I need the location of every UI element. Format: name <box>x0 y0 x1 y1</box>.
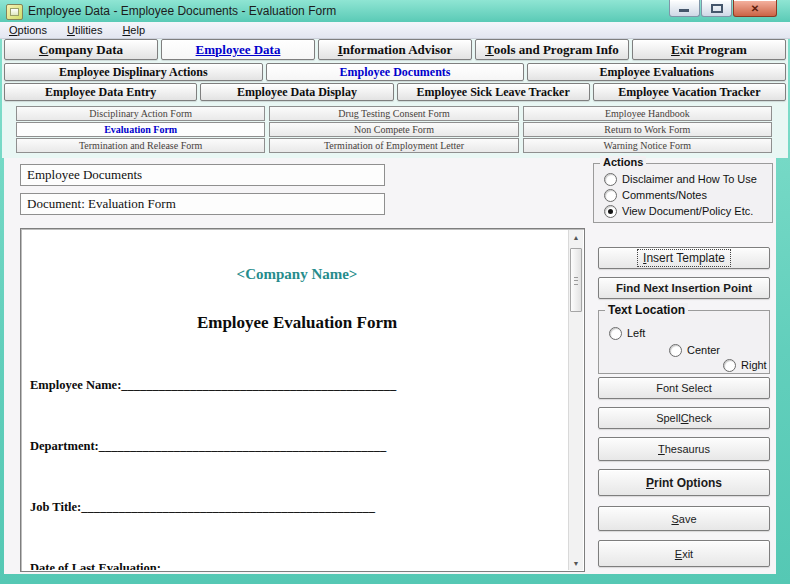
doc-line: Job Title:______________________________… <box>30 500 564 515</box>
docbtn-termination-of-employment-letter[interactable]: Termination of Employment Letter <box>269 138 518 153</box>
actions-caption: Actions <box>600 156 646 168</box>
docbtn-employee-handbook[interactable]: Employee Handbook <box>523 106 772 121</box>
scrollbar-grip <box>574 277 578 285</box>
radio-icon <box>723 359 736 372</box>
nav-exit-program[interactable]: Exit Program <box>632 39 786 60</box>
close-icon: ✕ <box>734 0 776 16</box>
tab-employee-data-entry[interactable]: Employee Data Entry <box>4 83 197 101</box>
radio-text-left[interactable]: Left <box>609 325 645 341</box>
minimize-icon <box>679 9 689 12</box>
category-nav-row: Employee Displinary Actions Employee Doc… <box>4 63 786 81</box>
radio-comments-notes[interactable]: Comments/Notes <box>604 187 768 203</box>
minimize-button[interactable] <box>669 0 700 17</box>
doc-line: Date of Last Evaluation:________________… <box>30 561 564 570</box>
radio-text-center[interactable]: Center <box>669 342 720 358</box>
radio-icon <box>669 344 682 357</box>
docbtn-warning-notice-form[interactable]: Warning Notice Form <box>523 138 772 153</box>
scroll-up-icon[interactable]: ▲ <box>569 230 583 244</box>
radio-label: Left <box>627 327 645 339</box>
docbtn-termination-and-release-form[interactable]: Termination and Release Form <box>16 138 265 153</box>
text-location-group: Text Location Left Center Right <box>598 310 770 374</box>
exit-button[interactable]: Exit <box>598 540 770 567</box>
menu-options[interactable]: Options <box>9 24 47 36</box>
document-buttons-grid: Disciplinary Action Form Drug Testing Co… <box>16 106 772 153</box>
title-bar: Employee Data - Employee Documents - Eva… <box>0 0 790 23</box>
window-controls: ✕ <box>668 0 777 17</box>
text-location-caption: Text Location <box>605 303 688 317</box>
find-next-insertion-point-button[interactable]: Find Next Insertion Point <box>598 277 770 299</box>
thesaurus-button[interactable]: Thesaurus <box>598 437 770 461</box>
tab-employee-sick-leave-tracker[interactable]: Employee Sick Leave Tracker <box>397 83 590 101</box>
tab-employee-documents[interactable]: Employee Documents <box>266 63 525 81</box>
document-content: <Company Name> Employee Evaluation Form … <box>22 230 568 570</box>
primary-nav-row: Company Data Employee Data Information A… <box>4 39 786 60</box>
category-label-box: Employee Documents <box>20 164 385 186</box>
radio-disclaimer-how-to-use[interactable]: Disclaimer and How To Use <box>604 171 768 187</box>
tab-employee-data-display[interactable]: Employee Data Display <box>200 83 393 101</box>
close-button[interactable]: ✕ <box>733 0 777 17</box>
radio-label: Disclaimer and How To Use <box>622 173 757 185</box>
scroll-down-icon[interactable]: ▼ <box>569 556 583 570</box>
radio-icon <box>604 173 617 186</box>
radio-label: Right <box>741 359 767 371</box>
doc-line: Department:_____________________________… <box>30 439 564 454</box>
radio-icon <box>604 189 617 202</box>
radio-label: Comments/Notes <box>622 189 707 201</box>
doc-title: Employee Evaluation Form <box>30 313 564 332</box>
app-icon <box>6 4 23 20</box>
main-panel: Employee Documents Document: Evaluation … <box>4 158 776 574</box>
doc-company-name: <Company Name> <box>30 266 564 283</box>
nav-information-advisor[interactable]: Information Advisor <box>318 39 472 60</box>
docbtn-non-compete-form[interactable]: Non Compete Form <box>269 122 518 137</box>
spell-check-button[interactable]: Spell Check <box>598 407 770 429</box>
vertical-scrollbar[interactable]: ▲ ▼ <box>568 230 583 570</box>
navigation-band: Company Data Employee Data Information A… <box>2 39 788 158</box>
tab-employee-disciplinary-actions[interactable]: Employee Displinary Actions <box>4 63 263 81</box>
maximize-button[interactable] <box>701 0 732 17</box>
radio-icon-selected <box>604 205 617 218</box>
print-options-button[interactable]: Print Options <box>598 469 770 496</box>
window-title: Employee Data - Employee Documents - Eva… <box>28 4 336 18</box>
docbtn-drug-testing-consent-form[interactable]: Drug Testing Consent Form <box>269 106 518 121</box>
nav-company-data[interactable]: Company Data <box>4 39 158 60</box>
document-view[interactable]: <Company Name> Employee Evaluation Form … <box>20 228 585 572</box>
docbtn-return-to-work-form[interactable]: Return to Work Form <box>523 122 772 137</box>
doc-line: Employee Name:__________________________… <box>30 378 564 393</box>
insert-template-button[interactable]: Insert Template <box>598 247 770 269</box>
maximize-icon <box>711 4 723 13</box>
menu-utilities[interactable]: Utilities <box>67 24 102 36</box>
menu-help[interactable]: Help <box>122 24 145 36</box>
docbtn-evaluation-form[interactable]: Evaluation Form <box>16 122 265 137</box>
tab-employee-vacation-tracker[interactable]: Employee Vacation Tracker <box>593 83 786 101</box>
radio-label: View Document/Policy Etc. <box>622 205 753 217</box>
menu-bar: Options Utilities Help <box>0 22 790 39</box>
app-window: Employee Data - Employee Documents - Eva… <box>0 0 790 584</box>
nav-tools-program-info[interactable]: Tools and Program Info <box>475 39 629 60</box>
actions-group: Actions Disclaimer and How To Use Commen… <box>593 163 773 223</box>
docbtn-disciplinary-action-form[interactable]: Disciplinary Action Form <box>16 106 265 121</box>
tools-nav-row: Employee Data Entry Employee Data Displa… <box>4 83 786 101</box>
scrollbar-thumb[interactable] <box>570 248 582 312</box>
save-button[interactable]: Save <box>598 506 770 531</box>
radio-text-right[interactable]: Right <box>723 357 767 373</box>
radio-view-document-policy[interactable]: View Document/Policy Etc. <box>604 203 768 219</box>
insert-template-label: Insert Template <box>638 250 730 266</box>
font-select-button[interactable]: Font Select <box>598 377 770 399</box>
radio-label: Center <box>687 344 720 356</box>
tab-employee-evaluations[interactable]: Employee Evaluations <box>527 63 786 81</box>
nav-employee-data[interactable]: Employee Data <box>161 39 315 60</box>
radio-icon <box>609 327 622 340</box>
document-label-box: Document: Evaluation Form <box>20 193 385 215</box>
